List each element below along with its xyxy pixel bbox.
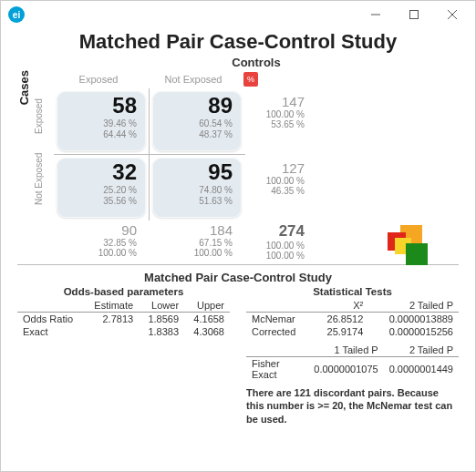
- odds-table: Estimate Lower Upper Odds Ratio 2.7813 1…: [17, 299, 230, 338]
- row1-total-p2: 53.65 %: [252, 119, 305, 129]
- tests-title: Statistical Tests: [246, 286, 459, 297]
- cell-c-colpct: 35.56 %: [62, 196, 137, 207]
- row-label-not-exposed: Not Exposed: [34, 152, 54, 216]
- grand-total-p1: 100.00 %: [252, 241, 305, 251]
- table-row: Odds Ratio 2.7813 1.8569 4.1658: [17, 313, 230, 326]
- percent-toggle-icon[interactable]: %: [243, 72, 258, 87]
- col1-total-p2: 100.00 %: [62, 248, 137, 258]
- col2-total-p1: 67.15 %: [158, 238, 233, 248]
- odds-title: Odds-based parameters: [17, 286, 230, 297]
- cell-a-rowpct: 39.46 %: [62, 118, 137, 129]
- cell-b-count: 89: [158, 95, 233, 117]
- row1-total-n: 147: [252, 94, 305, 109]
- close-button[interactable]: [433, 2, 471, 27]
- mcnemar-p: 0.0000013889: [368, 313, 459, 326]
- cell-b-rowpct: 60.54 %: [158, 118, 233, 129]
- corrected-label: Corrected: [246, 325, 312, 338]
- tests-table: X² 2 Tailed P McNemar 26.8512 0.00000138…: [246, 299, 459, 338]
- fisher-table: 1 Tailed P 2 Tailed P Fisher Exact 0.000…: [246, 344, 459, 381]
- row1-total-p1: 100.00 %: [252, 109, 305, 119]
- table-row: Fisher Exact 0.0000001075 0.0000001449: [246, 357, 459, 382]
- odds-h-up: Upper: [184, 299, 230, 313]
- cell-c-rowpct: 25.20 %: [62, 185, 137, 196]
- odds-or-label: Odds Ratio: [17, 313, 84, 326]
- row2-total-n: 127: [252, 160, 305, 176]
- odds-ex-low: 1.8383: [139, 325, 184, 338]
- cell-a-colpct: 64.44 %: [62, 129, 137, 140]
- cases-axis-label: Cases: [17, 70, 34, 178]
- col2-total: 184 67.15 % 100.00 %: [152, 221, 242, 261]
- odds-ex-est: [84, 325, 139, 338]
- table-row: Exact 1.8383 4.3068: [17, 325, 230, 338]
- odds-ex-up: 4.3068: [184, 325, 230, 338]
- odds-or-low: 1.8569: [139, 313, 184, 326]
- fisher-h-p2t: 2 Tailed P: [384, 344, 459, 357]
- row1-total: 147 100.00 % 53.65 %: [244, 88, 308, 154]
- col2-total-p2: 100.00 %: [158, 248, 233, 258]
- cell-a[interactable]: 58 39.46 % 64.44 %: [57, 91, 146, 151]
- odds-or-est: 2.7813: [84, 313, 139, 326]
- odds-panel: Odds-based parameters Estimate Lower Upp…: [17, 286, 230, 426]
- cell-d-rowpct: 74.80 %: [158, 185, 233, 196]
- grand-total-n: 274: [252, 222, 305, 241]
- col1-total: 90 32.85 % 100.00 %: [57, 221, 146, 261]
- cell-b[interactable]: 89 60.54 % 48.37 %: [152, 91, 242, 151]
- cell-c-count: 32: [62, 161, 137, 183]
- grand-total: 274 100.00 % 100.00 %: [244, 221, 308, 261]
- cell-d-count: 95: [158, 161, 233, 183]
- table-row: McNemar 26.8512 0.0000013889: [246, 313, 459, 326]
- cell-d[interactable]: 95 74.80 % 51.63 %: [152, 158, 242, 218]
- odds-or-up: 4.1658: [184, 313, 230, 326]
- row2-total-p1: 100.00 %: [252, 176, 305, 186]
- minimize-button[interactable]: [357, 2, 395, 27]
- grand-total-p2: 100.00 %: [252, 251, 305, 261]
- fisher-p1: 0.0000001075: [308, 357, 383, 382]
- fisher-p2: 0.0000001449: [384, 357, 459, 382]
- tests-h-x2: X²: [312, 299, 368, 313]
- discordant-note: There are 121 discordant pairs. Because …: [246, 386, 459, 426]
- row2-total-p2: 46.35 %: [252, 186, 305, 196]
- col-label-not-exposed: Not Exposed: [149, 74, 238, 85]
- cell-b-colpct: 48.37 %: [158, 129, 233, 140]
- color-legend-icon[interactable]: [388, 225, 435, 272]
- page-title: Matched Pair Case-Control Study: [17, 30, 459, 54]
- odds-ex-label: Exact: [17, 325, 84, 338]
- odds-h-low: Lower: [139, 299, 184, 313]
- col1-total-p1: 32.85 %: [62, 238, 137, 248]
- app-logo: ei: [8, 6, 25, 23]
- mcnemar-x2: 26.8512: [312, 313, 368, 326]
- cell-c[interactable]: 32 25.20 % 35.56 %: [57, 158, 146, 218]
- col1-total-n: 90: [62, 222, 137, 238]
- mcnemar-label: McNemar: [246, 313, 312, 326]
- maximize-button[interactable]: [395, 2, 433, 27]
- cell-d-colpct: 51.63 %: [158, 196, 233, 207]
- corrected-p: 0.0000015256: [368, 325, 459, 338]
- col-label-exposed: Exposed: [54, 74, 143, 85]
- row2-total: 127 100.00 % 46.35 %: [244, 155, 308, 221]
- col2-total-n: 184: [158, 222, 233, 238]
- odds-h-est: Estimate: [84, 299, 139, 313]
- tests-panel: Statistical Tests X² 2 Tailed P McNemar …: [246, 286, 459, 426]
- results-subheading: Matched Pair Case-Control Study: [17, 271, 459, 284]
- corrected-x2: 25.9174: [312, 325, 368, 338]
- fisher-h-p1t: 1 Tailed P: [308, 344, 383, 357]
- svg-rect-1: [410, 11, 419, 19]
- fisher-label: Fisher Exact: [246, 357, 308, 382]
- tests-h-p2t: 2 Tailed P: [368, 299, 459, 313]
- cell-a-count: 58: [62, 95, 137, 117]
- titlebar: ei: [1, 1, 475, 28]
- row-label-exposed: Exposed: [34, 88, 54, 152]
- controls-axis-label: Controls: [54, 56, 459, 69]
- table-row: Corrected 25.9174 0.0000015256: [246, 325, 459, 338]
